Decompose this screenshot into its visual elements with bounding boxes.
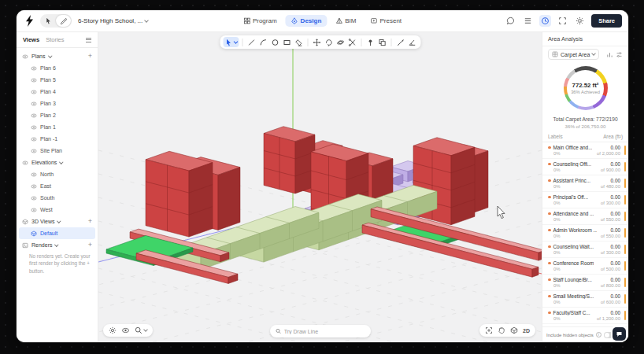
sidebar-item-plan-1[interactable]: Plan 1 (17, 121, 98, 133)
label-dot (548, 295, 551, 298)
filter-sliders-icon[interactable] (616, 51, 623, 58)
rotate-tool[interactable] (323, 37, 334, 47)
select-mode-button[interactable] (41, 15, 56, 27)
help-chat-fab[interactable] (613, 327, 626, 341)
layers-list-icon[interactable] (522, 15, 534, 27)
label-row[interactable]: Faculty/Staff C...0.000%of 1,200.00 (542, 308, 628, 324)
sidebar-item-west[interactable]: West (17, 204, 98, 216)
renders-empty-text: No renders yet. Create your first render… (17, 251, 98, 275)
label-dot (548, 146, 551, 149)
area-column-header: Area (ft²) (603, 134, 623, 139)
label-row[interactable]: Attendance and ...0.000%of 550.00 (542, 208, 628, 225)
sidebar-item-plan-4[interactable]: Plan 4 (17, 86, 98, 98)
eraser-tool[interactable] (293, 37, 304, 47)
add-3d-view-button[interactable]: + (88, 218, 92, 225)
sidebar-item-plan-6[interactable]: Plan 6 (17, 62, 98, 74)
pointer-tool[interactable] (223, 37, 239, 47)
left-sidebar: Views Stories Plans + Plan 6 Plan 5 Plan… (17, 32, 98, 342)
pushpin-tool[interactable] (365, 37, 376, 47)
fullscreen-icon[interactable] (557, 15, 568, 27)
label-row[interactable]: Counseling Offi...0.000%of 900.00 (542, 159, 628, 175)
orbit-cube-icon[interactable] (510, 326, 518, 334)
sidebar-item-north[interactable]: North (17, 168, 98, 180)
move-tool[interactable] (311, 37, 322, 47)
label-row[interactable]: Small Meeting/S...0.000%of 600.00 (542, 291, 628, 308)
sidebar-item-plan-2[interactable]: Plan 2 (17, 109, 98, 121)
arc-tool[interactable] (257, 37, 268, 47)
sidebar-item-east[interactable]: East (17, 180, 98, 192)
navigation-pill: 2D (479, 324, 535, 337)
display-settings-icon[interactable] (109, 326, 117, 334)
split-tool[interactable] (346, 37, 357, 47)
command-search[interactable] (270, 325, 371, 337)
section-plans[interactable]: Plans + (17, 50, 98, 62)
toggle-2d-button[interactable]: 2D (523, 328, 530, 334)
sidebar-options-icon[interactable] (86, 38, 91, 42)
sidebar-item-plan-minus-1[interactable]: Plan -1 (17, 133, 98, 145)
copy-tool[interactable] (376, 37, 387, 47)
chevron-down-icon (48, 54, 52, 58)
pen-tool[interactable] (394, 37, 405, 47)
label-row[interactable]: Conference Room0.000%of 500.00 (542, 258, 628, 275)
tab-bim[interactable]: BIM (330, 15, 361, 27)
3d-model-scene[interactable] (98, 32, 542, 342)
sidebar-item-default-view[interactable]: Default (19, 227, 95, 239)
tab-design[interactable]: Design (286, 15, 328, 27)
section-3d-views[interactable]: 3D Views + (17, 216, 98, 227)
add-plan-button[interactable]: + (88, 53, 92, 60)
metric-select[interactable]: Carpet Area (548, 49, 599, 60)
angle-measure-tool[interactable] (406, 37, 417, 47)
total-carpet-area-sub: 36% of 206,750.00 (542, 124, 628, 129)
viewport-3d[interactable]: 2D (98, 32, 542, 342)
total-carpet-area: Total Carpet Area: 772/2190 (542, 116, 628, 122)
sidebar-item-plan-3[interactable]: Plan 3 (17, 98, 98, 109)
zoom-menu[interactable] (135, 326, 147, 334)
draw-toolbar (220, 35, 420, 49)
comments-icon[interactable] (505, 15, 516, 27)
label-row[interactable]: Principal's Off...0.000%of 300.00 (542, 192, 628, 208)
app-logo-icon[interactable] (23, 15, 35, 28)
sidebar-item-site-plan[interactable]: Site Plan (17, 145, 98, 157)
line-tool[interactable] (246, 37, 257, 47)
section-renders[interactable]: Renders + (17, 239, 98, 251)
label-row[interactable]: Counseling Wait...0.000%of 300.00 (542, 242, 628, 258)
labels-column-header: Labels (548, 134, 563, 139)
chevron-down-icon (144, 18, 149, 23)
zoom-fit-icon[interactable] (485, 326, 493, 334)
command-search-input[interactable] (284, 329, 365, 334)
chevron-down-icon (60, 160, 64, 164)
label-row[interactable]: Assistant Princ...0.000%of 480.00 (542, 175, 628, 192)
label-row[interactable]: Main Office and...0.000%of 2,000.00 (542, 142, 628, 159)
chevron-down-icon (57, 219, 61, 223)
chart-view-icon[interactable] (606, 51, 613, 58)
add-render-button[interactable]: + (88, 242, 92, 249)
sidebar-tab-views[interactable]: Views (23, 36, 39, 43)
mode-segmented-control (40, 14, 72, 28)
pan-hand-icon[interactable] (498, 326, 505, 334)
include-hidden-label: Include hidden objects (546, 333, 594, 337)
version-history-icon[interactable] (539, 15, 551, 27)
section-elevations[interactable]: Elevations (17, 157, 98, 168)
grid-icon (552, 51, 558, 57)
orbit-tool[interactable] (335, 37, 346, 47)
sidebar-item-south[interactable]: South (17, 192, 98, 204)
donut-subtitle: 36% Achieved (542, 90, 628, 94)
label-row[interactable]: Admin Workroom ...0.000%of 550.00 (542, 225, 628, 242)
project-title-text: 6-Story High School, ... (78, 17, 142, 24)
desktop-background: 6-Story High School, ... Program Design … (0, 0, 644, 354)
carpet-area-donut: 772.52 ft² 36% Achieved (542, 65, 628, 112)
share-button[interactable]: Share (591, 14, 622, 28)
project-title[interactable]: 6-Story High School, ... (78, 17, 148, 24)
sidebar-tab-stories[interactable]: Stories (46, 36, 64, 43)
sidebar-item-plan-5[interactable]: Plan 5 (17, 74, 98, 86)
rectangle-tool[interactable] (281, 37, 292, 47)
visibility-icon[interactable] (121, 326, 130, 334)
draw-mode-button[interactable] (56, 15, 71, 27)
target-progress-bar (624, 245, 627, 254)
tab-program[interactable]: Program (238, 15, 283, 27)
tab-present[interactable]: Present (365, 15, 408, 27)
settings-gear-icon[interactable] (574, 15, 586, 27)
view-settings-pill (103, 324, 153, 337)
label-row[interactable]: Staff Lounge/Br...0.000%of 800.00 (542, 275, 628, 291)
circle-tool[interactable] (269, 37, 280, 47)
